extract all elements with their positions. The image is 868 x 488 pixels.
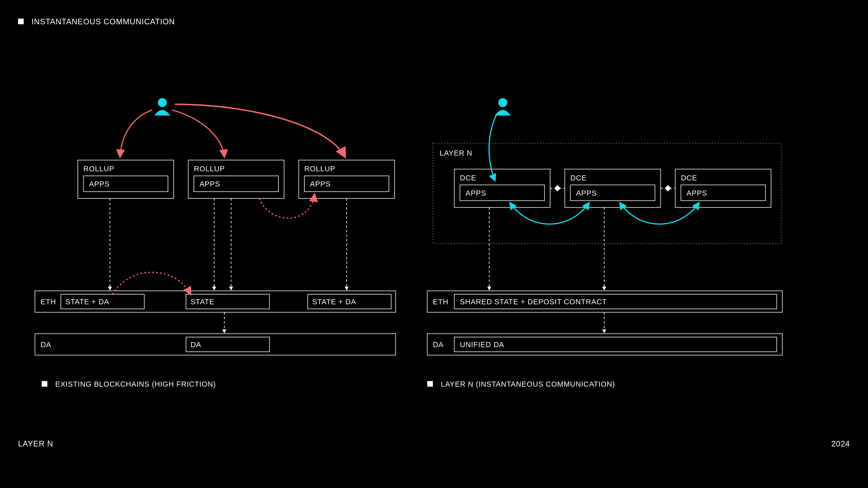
dce-label-1: DCE (460, 174, 476, 182)
rollup-label-1: ROLLUP (83, 165, 114, 173)
dce-apps-3: APPS (687, 189, 707, 197)
dce-label-3: DCE (681, 174, 697, 182)
da-cell-1: DA (190, 340, 201, 349)
eth-cell-right: SHARED STATE + DEPOSIT CONTRACT (460, 298, 607, 306)
rollup-box-2: ROLLUP APPS (188, 160, 284, 199)
rollup-label-2: ROLLUP (194, 165, 225, 173)
dce-box-2: DCE APPS (565, 169, 660, 207)
arrow-user-to-rollup-1 (120, 110, 152, 157)
header-bullet-icon (18, 19, 24, 24)
left-caption-bullet-icon (42, 381, 48, 387)
dce-box-3: DCE APPS (675, 169, 771, 207)
eth-cell-1: STATE + DA (65, 298, 109, 306)
arrow-user-to-rollup-3 (175, 104, 345, 157)
slide-title: INSTANTANEOUS COMMUNICATION (32, 17, 175, 26)
arc-dce2-dce3 (620, 203, 699, 224)
left-caption: EXISTING BLOCKCHAINS (HIGH FRICTION) (55, 380, 216, 388)
diamond-icon-2 (665, 185, 671, 191)
svg-point-0 (158, 98, 167, 107)
dce-label-2: DCE (570, 174, 587, 182)
right-caption: LAYER N (INSTANTANEOUS COMMUNICATION) (441, 380, 615, 388)
rollup-box-3: ROLLUP APPS (299, 160, 395, 199)
da-label-right: DA (433, 340, 444, 349)
dce-apps-1: APPS (466, 189, 487, 197)
rollup-apps-1: APPS (89, 180, 110, 188)
user-icon (155, 98, 170, 116)
rollup-label-3: ROLLUP (304, 165, 335, 173)
rollup-apps-2: APPS (199, 180, 220, 188)
rollup-box-1: ROLLUP APPS (78, 160, 174, 199)
eth-label-left: ETH (40, 298, 56, 306)
da-label-left: DA (40, 340, 51, 349)
dce-box-1: DCE APPS (454, 169, 550, 207)
svg-point-11 (498, 98, 507, 107)
eth-cell-2: STATE (190, 298, 214, 306)
diamond-icon-1 (554, 185, 561, 191)
eth-label-right: ETH (433, 298, 448, 306)
right-caption-bullet-icon (427, 381, 433, 387)
user-icon-right (495, 98, 510, 116)
da-cell-right: UNIFIED DA (460, 340, 504, 349)
rollup-apps-3: APPS (310, 180, 331, 188)
footer-brand: LAYER N (18, 439, 53, 448)
eth-cell-3: STATE + DA (312, 298, 356, 306)
arc-dce1-dce2 (510, 203, 589, 224)
footer-year: 2024 (831, 439, 850, 448)
layer-n-container-label: LAYER N (440, 149, 472, 157)
dce-apps-2: APPS (576, 189, 597, 197)
arc-r2-r3 (259, 194, 314, 218)
arrow-user-to-rollup-2 (172, 110, 224, 157)
arrow-user-to-dce1 (489, 116, 496, 180)
